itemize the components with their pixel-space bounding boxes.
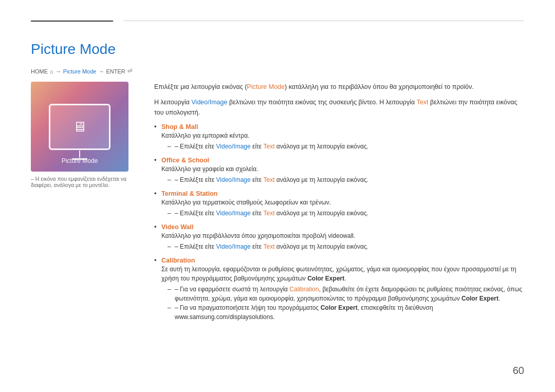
left-rule xyxy=(31,21,113,22)
breadcrumb-suffix: ENTER xyxy=(106,68,125,74)
office-school-sub-item: – Επιλέξτε είτε Video/Image είτε Text αν… xyxy=(168,175,524,184)
terminal-station-desc: Κατάλληλο για τερματικούς σταθμούς λεωφο… xyxy=(161,198,524,207)
intro-line1: Επιλέξτε μια λειτουργία εικόνας (Picture… xyxy=(154,82,524,92)
list-item-office-school: Office & School Κατάλληλο για γραφεία κα… xyxy=(154,156,524,184)
list-item-shop-mall: Shop & Mall Κατάλληλο για εμπορικά κέντρ… xyxy=(154,123,524,151)
video-wall-desc: Κατάλληλο για περιβάλλοντα όπου χρησιμοπ… xyxy=(161,231,524,240)
breadcrumb-middle: Picture Mode xyxy=(63,68,97,74)
video-image-ref2: Video/Image xyxy=(216,176,251,183)
office-school-title: Office & School xyxy=(161,157,209,164)
text-ref3: Text xyxy=(264,210,275,217)
breadcrumb-arrow1: → xyxy=(55,68,61,74)
video-image-ref: Video/Image xyxy=(216,143,251,150)
list-item-terminal-station: Terminal & Station Κατάλληλο για τερματι… xyxy=(154,190,524,218)
top-rule xyxy=(123,21,524,21)
video-wall-sub-item: – Επιλέξτε είτε Video/Image είτε Text αν… xyxy=(168,242,524,251)
video-image-ref3: Video/Image xyxy=(216,210,251,217)
video-wall-sub: – Επιλέξτε είτε Video/Image είτε Text αν… xyxy=(161,242,524,251)
intro-picture-mode: Picture Mode xyxy=(247,83,285,90)
calibration-sub-item1: – Για να εφαρμόσετε σωστά τη λειτουργία … xyxy=(168,285,524,303)
intro-line2: Η λειτουργία Video/Image βελτιώνει την π… xyxy=(154,97,524,118)
bullet-list: Shop & Mall Κατάλληλο για εμπορικά κέντρ… xyxy=(154,123,524,322)
calibration-ref: Calibration xyxy=(289,286,319,293)
intro-line2-middle: βελτιώνει την ποιότητα εικόνας της συσκε… xyxy=(227,99,416,106)
calibration-desc: Σε αυτή τη λειτουργία, εφαρμόζονται οι ρ… xyxy=(161,265,524,283)
list-item-video-wall: Video Wall Κατάλληλο για περιβάλλοντα όπ… xyxy=(154,223,524,251)
intro-video-image: Video/Image xyxy=(192,99,228,106)
calibration-sub: – Για να εφαρμόσετε σωστά τη λειτουργία … xyxy=(161,285,524,322)
image-note: – Η εικόνα που εμφανίζεται ενδέχεται να … xyxy=(31,176,134,188)
calibration-title: Calibration xyxy=(161,257,195,264)
breadcrumb: HOME ⌂ → Picture Mode → ENTER ⏎ xyxy=(31,68,524,74)
intro-line1-before: Επιλέξτε μια λειτουργία εικόνας ( xyxy=(154,83,247,90)
content-layout: 🖥 Picture Mode – Η εικόνα που εμφανίζετα… xyxy=(31,82,524,327)
shop-mall-sub: – Επιλέξτε είτε Video/Image είτε Text αν… xyxy=(161,142,524,151)
page-title: Picture Mode xyxy=(31,41,524,58)
home-icon: ⌂ xyxy=(50,68,53,74)
office-school-sub: – Επιλέξτε είτε Video/Image είτε Text αν… xyxy=(161,175,524,184)
page-number: 60 xyxy=(513,365,524,377)
terminal-station-title: Terminal & Station xyxy=(161,190,218,197)
shop-mall-sub-item: – Επιλέξτε είτε Video/Image είτε Text αν… xyxy=(168,142,524,151)
list-item-calibration: Calibration Σε αυτή τη λειτουργία, εφαρμ… xyxy=(154,256,524,322)
breadcrumb-arrow2: → xyxy=(98,68,104,74)
right-column: Επιλέξτε μια λειτουργία εικόνας (Picture… xyxy=(154,82,524,327)
preview-image: 🖥 Picture Mode xyxy=(31,82,128,172)
intro-text-highlight: Text xyxy=(417,99,429,106)
shop-mall-desc: Κατάλληλο για εμπορικά κέντρα. xyxy=(161,131,524,140)
video-wall-title: Video Wall xyxy=(161,223,194,231)
office-school-desc: Κατάλληλο για γραφεία και σχολεία. xyxy=(161,164,524,174)
enter-icon: ⏎ xyxy=(127,68,132,74)
monitor-frame: 🖥 xyxy=(49,104,110,150)
monitor-icon: 🖥 xyxy=(72,118,87,135)
left-column: 🖥 Picture Mode – Η εικόνα που εμφανίζετα… xyxy=(31,82,134,327)
text-ref4: Text xyxy=(264,243,275,250)
intro-line2-before: Η λειτουργία xyxy=(154,99,192,106)
text-ref2: Text xyxy=(264,176,275,183)
terminal-station-sub-item: – Επιλέξτε είτε Video/Image είτε Text αν… xyxy=(168,209,524,218)
text-ref: Text xyxy=(264,143,275,150)
terminal-station-sub: – Επιλέξτε είτε Video/Image είτε Text αν… xyxy=(161,209,524,218)
shop-mall-title: Shop & Mall xyxy=(161,123,198,130)
intro-line1-after: ) κατάλληλη για το περιβάλλον όπου θα χρ… xyxy=(285,83,474,90)
video-image-ref4: Video/Image xyxy=(216,243,251,250)
preview-label: Picture Mode xyxy=(31,157,128,164)
page: Picture Mode HOME ⌂ → Picture Mode → ENT… xyxy=(0,0,555,392)
breadcrumb-home: HOME xyxy=(31,68,48,74)
calibration-sub-item2: – Για να πραγματοποιήσετε λήψη του προγρ… xyxy=(168,303,524,322)
monitor-stand xyxy=(79,151,80,158)
